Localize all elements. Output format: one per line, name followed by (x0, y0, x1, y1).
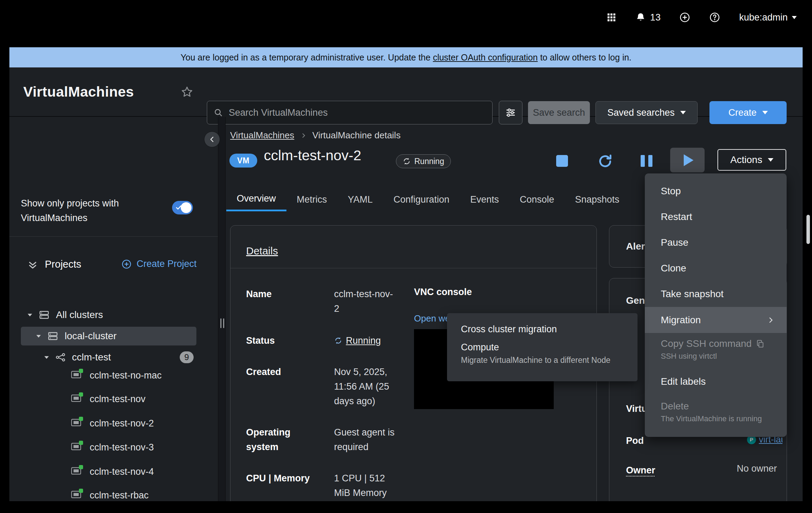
tree-node-local-cluster[interactable]: local-cluster (21, 327, 196, 345)
status-dot (79, 465, 83, 469)
top-masthead: 13 kube:admin (0, 0, 812, 35)
sidebar-collapse-button[interactable] (204, 131, 220, 147)
save-search-button[interactable]: Save search (528, 101, 590, 124)
caret-down-icon[interactable] (35, 332, 42, 340)
create-button[interactable]: Create (709, 101, 787, 124)
os-value: Guest agent is required (334, 425, 397, 454)
vm-status-pill[interactable]: Running (396, 154, 451, 168)
start-vm-button[interactable] (670, 148, 705, 172)
submenu-item-compute[interactable]: Compute Migrate VirtualMachine to a diff… (447, 340, 638, 366)
search-input[interactable] (228, 107, 486, 119)
actions-label: Actions (730, 154, 762, 165)
create-project-button[interactable]: Create Project (121, 259, 197, 269)
vm-name: cclm-test-rbac (90, 488, 188, 501)
projects-label: Projects (45, 259, 81, 270)
notification-count: 13 (650, 12, 660, 23)
chevron-right-icon (766, 316, 775, 324)
notifications-button[interactable]: 13 (635, 12, 660, 23)
tab-overview[interactable]: Overview (226, 188, 286, 211)
actions-dropdown-menu: Stop Restart Pause Clone Take snapshot M… (645, 173, 787, 437)
advanced-search-button[interactable] (499, 101, 522, 124)
sidebar-resize-gutter[interactable] (218, 117, 226, 501)
favorite-star-icon[interactable] (180, 86, 194, 99)
user-menu[interactable]: kube:admin (739, 12, 797, 23)
tab-yaml[interactable]: YAML (338, 188, 383, 211)
menu-item-pause[interactable]: Pause (645, 230, 787, 255)
saved-searches-dropdown[interactable]: Saved searches (595, 101, 698, 124)
filter-label: Show only projects with VirtualMachines (21, 196, 136, 225)
restart-vm-button[interactable] (597, 153, 613, 169)
menu-item-edit-labels[interactable]: Edit labels (645, 369, 787, 394)
oauth-config-link[interactable]: cluster OAuth configuration (433, 52, 538, 63)
list-item-vm[interactable]: cclm-test-no-mac (71, 368, 188, 382)
menu-item-clone[interactable]: Clone (645, 255, 787, 281)
list-item-vm[interactable]: cclm-test-nov-2 (71, 416, 188, 430)
owner-value: No owner (717, 463, 777, 474)
menu-item-migration[interactable]: Migration (645, 307, 787, 333)
virtual-machine-icon (71, 418, 81, 427)
tab-snapshots[interactable]: Snapshots (565, 188, 630, 211)
tree-node-namespace[interactable]: cclm-test 9 (43, 348, 206, 367)
tab-configuration[interactable]: Configuration (383, 188, 460, 211)
cpu-memory-label: CPU | Memory (246, 471, 316, 486)
banner-text-before: You are logged in as a temporary adminis… (180, 52, 433, 63)
all-clusters-label: All clusters (56, 309, 103, 320)
scrollbar-thumb[interactable] (806, 215, 810, 244)
projects-sidebar: Show only projects with VirtualMachines … (9, 117, 218, 501)
apps-grid-icon[interactable] (606, 12, 617, 23)
divider (9, 236, 218, 237)
status-dot (79, 417, 83, 421)
name-label: Name (246, 287, 316, 301)
tab-metrics[interactable]: Metrics (286, 188, 338, 211)
status-running-link[interactable]: Running (334, 333, 397, 348)
actions-dropdown-button[interactable]: Actions (717, 149, 786, 171)
submenu-item-cross-cluster-migration[interactable]: Cross cluster migration (447, 318, 638, 340)
breadcrumb-virtualmachines-link[interactable]: VirtualMachines (230, 130, 294, 141)
status-value: Running (334, 333, 397, 348)
menu-item-copy-ssh: Copy SSH command SSH using virtctl (645, 333, 787, 362)
pause-vm-button[interactable] (641, 155, 652, 167)
divider (230, 268, 596, 268)
list-item-vm[interactable]: cclm-test-nov-3 (71, 440, 188, 454)
import-plus-circle-icon[interactable] (679, 12, 690, 23)
tab-console[interactable]: Console (509, 188, 565, 211)
status-value-text: Running (346, 333, 381, 348)
copy-ssh-label: Copy SSH command (661, 338, 752, 349)
details-card-title[interactable]: Details (246, 245, 278, 257)
breadcrumb: VirtualMachines VirtualMachine details (230, 130, 400, 141)
cluster-icon (39, 309, 50, 320)
projects-filter-toggle[interactable] (172, 201, 193, 214)
list-item-vm[interactable]: cclm-test-nov (71, 392, 188, 406)
vm-name: cclm-test-nov-4 (90, 465, 188, 479)
virtual-machine-icon (71, 467, 81, 476)
help-icon[interactable] (709, 12, 720, 23)
saved-searches-label: Saved searches (607, 107, 675, 118)
os-label: Operating system (246, 425, 316, 454)
sync-icon (403, 157, 411, 165)
expand-all-icon[interactable] (27, 260, 38, 270)
create-label: Create (728, 107, 756, 118)
resize-handle[interactable] (220, 318, 224, 328)
tree-node-all-clusters[interactable]: All clusters (26, 304, 214, 325)
delete-label: Delete (645, 399, 787, 413)
created-label: Created (246, 365, 316, 379)
virtual-machine-icon (71, 490, 81, 499)
compute-description: Migrate VirtualMachine to a different No… (461, 354, 638, 366)
compute-label: Compute (461, 340, 638, 354)
namespace-vm-count-badge: 9 (180, 351, 194, 363)
list-item-vm[interactable]: cclm-test-rbac (71, 488, 188, 501)
page-toolbar: VirtualMachines Save search Saved search… (9, 67, 803, 117)
list-item-vm[interactable]: cclm-test-nov-4 (71, 465, 188, 479)
menu-item-stop[interactable]: Stop (645, 178, 787, 204)
menu-item-restart[interactable]: Restart (645, 204, 787, 230)
status-label: Status (246, 333, 316, 348)
stop-vm-button[interactable] (556, 155, 568, 167)
sliders-icon (505, 107, 516, 118)
caret-down-icon[interactable] (43, 353, 50, 361)
owner-label[interactable]: Owner (626, 465, 655, 476)
caret-down-icon[interactable] (26, 311, 34, 319)
menu-item-take-snapshot[interactable]: Take snapshot (645, 281, 787, 307)
chevron-down-icon (792, 16, 797, 19)
tab-events[interactable]: Events (460, 188, 510, 211)
console-app: You are logged in as a temporary adminis… (9, 47, 803, 501)
